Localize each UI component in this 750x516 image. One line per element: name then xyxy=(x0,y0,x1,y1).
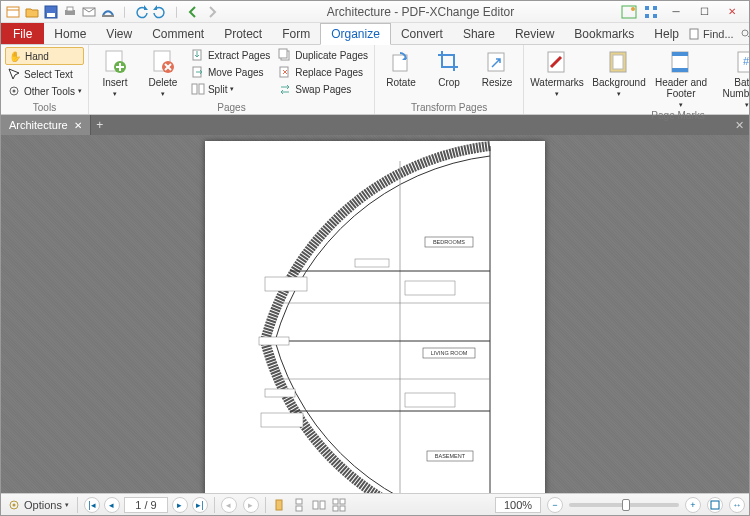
other-tools-menu[interactable]: Other Tools ▾ xyxy=(5,83,84,99)
file-tab[interactable]: File xyxy=(1,23,44,44)
layout-two-continuous-icon[interactable] xyxy=(332,498,346,512)
svg-rect-57 xyxy=(261,413,303,427)
insert-pages-button[interactable]: Insert▾ xyxy=(93,47,137,98)
nav-forward-icon[interactable] xyxy=(204,4,220,20)
ribbon: ✋Hand Select Text Other Tools ▾ Tools In… xyxy=(1,45,749,115)
svg-rect-35 xyxy=(672,68,688,72)
close-button[interactable]: ✕ xyxy=(719,2,745,22)
svg-rect-71 xyxy=(340,506,345,511)
ui-options-icon[interactable] xyxy=(621,4,637,20)
duplicate-pages-button[interactable]: Duplicate Pages xyxy=(276,47,370,63)
replace-pages-button[interactable]: Replace Pages xyxy=(276,64,370,80)
nav-back-icon[interactable] xyxy=(185,4,201,20)
minimize-button[interactable]: ─ xyxy=(663,2,689,22)
undo-icon[interactable] xyxy=(133,4,149,20)
zoom-value[interactable]: 100% xyxy=(495,497,541,513)
header-footer-button[interactable]: Header and Footer▾ xyxy=(652,47,710,109)
save-icon[interactable] xyxy=(43,4,59,20)
redo-icon[interactable] xyxy=(152,4,168,20)
svg-rect-72 xyxy=(711,501,719,509)
next-page-button[interactable]: ▸ xyxy=(172,497,188,513)
pdf-page: BEDROOMS LIVING ROOM BASEMENT xyxy=(205,141,545,493)
app-menu-icon[interactable] xyxy=(5,4,21,20)
title-bar: ｜ ｜ Architecture - PDF-XChange Editor ─ … xyxy=(1,1,749,23)
tabstrip-close-icon[interactable]: ✕ xyxy=(729,115,749,135)
search-button[interactable]: Search... xyxy=(740,28,750,40)
print-icon[interactable] xyxy=(62,4,78,20)
crop-button[interactable]: Crop xyxy=(427,47,471,88)
extract-pages-button[interactable]: Extract Pages xyxy=(189,47,272,63)
rotate-button[interactable]: Rotate xyxy=(379,47,423,88)
document-tab-close-icon[interactable]: ✕ xyxy=(74,120,82,131)
first-page-button[interactable]: |◂ xyxy=(84,497,100,513)
prev-page-button[interactable]: ◂ xyxy=(104,497,120,513)
mail-icon[interactable] xyxy=(81,4,97,20)
svg-rect-11 xyxy=(645,14,649,18)
swap-pages-button[interactable]: Swap Pages xyxy=(276,81,370,97)
document-viewport[interactable]: BEDROOMS LIVING ROOM BASEMENT xyxy=(1,135,749,493)
svg-rect-4 xyxy=(67,7,73,11)
header-footer-icon xyxy=(668,49,694,75)
svg-rect-68 xyxy=(333,499,338,504)
delete-pages-button[interactable]: Delete▾ xyxy=(141,47,185,98)
tab-form[interactable]: Form xyxy=(272,23,320,44)
split-pages-button[interactable]: Split ▾ xyxy=(189,81,272,97)
ribbon-tab-strip: File Home View Comment Protect Form Orga… xyxy=(1,23,749,45)
layout-single-icon[interactable] xyxy=(272,498,286,512)
svg-rect-27 xyxy=(280,67,288,77)
window-title: Architecture - PDF-XChange Editor xyxy=(224,5,617,19)
svg-rect-23 xyxy=(192,84,197,94)
svg-rect-34 xyxy=(672,52,688,56)
document-tab-label: Architecture xyxy=(9,119,68,131)
history-back-button[interactable]: ◂ xyxy=(221,497,237,513)
svg-rect-64 xyxy=(296,499,302,504)
bates-icon: # xyxy=(734,49,750,75)
group-page-marks: Watermarks▾ Background▾ Header and Foote… xyxy=(524,45,750,114)
select-text-tool[interactable]: Select Text xyxy=(5,66,84,82)
group-transform: Rotate Crop Resize Transform Pages xyxy=(375,45,524,114)
tab-bookmarks[interactable]: Bookmarks xyxy=(564,23,644,44)
rotate-icon xyxy=(388,49,414,75)
tab-share[interactable]: Share xyxy=(453,23,505,44)
insert-icon xyxy=(102,49,128,75)
maximize-button[interactable]: ☐ xyxy=(691,2,717,22)
document-tab-strip: Architecture ✕ + ✕ xyxy=(1,115,749,135)
fit-width-button[interactable]: ↔ xyxy=(729,497,745,513)
svg-rect-65 xyxy=(296,506,302,511)
zoom-out-button[interactable]: − xyxy=(547,497,563,513)
tab-convert[interactable]: Convert xyxy=(391,23,453,44)
svg-rect-6 xyxy=(102,15,114,17)
fit-page-button[interactable] xyxy=(707,497,723,513)
resize-button[interactable]: Resize xyxy=(475,47,519,88)
layout-continuous-icon[interactable] xyxy=(292,498,306,512)
document-tab[interactable]: Architecture ✕ xyxy=(1,115,91,135)
background-button[interactable]: Background▾ xyxy=(590,47,648,98)
tab-comment[interactable]: Comment xyxy=(142,23,214,44)
svg-text:BASEMENT: BASEMENT xyxy=(435,453,466,459)
hand-tool[interactable]: ✋Hand xyxy=(5,47,84,65)
tab-organize[interactable]: Organize xyxy=(320,23,391,45)
tab-review[interactable]: Review xyxy=(505,23,564,44)
quick-launch-icon[interactable] xyxy=(643,4,659,20)
group-pages: Insert▾ Delete▾ Extract Pages Move Pages… xyxy=(89,45,375,114)
move-pages-button[interactable]: Move Pages xyxy=(189,64,272,80)
svg-text:LIVING ROOM: LIVING ROOM xyxy=(431,350,468,356)
find-button[interactable]: Find... xyxy=(689,28,734,40)
layout-two-icon[interactable] xyxy=(312,498,326,512)
tab-help[interactable]: Help xyxy=(644,23,689,44)
open-icon[interactable] xyxy=(24,4,40,20)
tab-view[interactable]: View xyxy=(96,23,142,44)
add-tab-button[interactable]: + xyxy=(91,115,109,135)
watermarks-button[interactable]: Watermarks▾ xyxy=(528,47,586,98)
zoom-in-button[interactable]: + xyxy=(685,497,701,513)
tab-home[interactable]: Home xyxy=(44,23,96,44)
window-controls: ─ ☐ ✕ xyxy=(663,2,749,22)
page-indicator[interactable]: 1 / 9 xyxy=(124,497,168,513)
history-fwd-button[interactable]: ▸ xyxy=(243,497,259,513)
bates-numbering-button[interactable]: # Bates Numbering▾ xyxy=(714,47,750,109)
options-button[interactable]: Options ▾ xyxy=(5,497,71,513)
tab-protect[interactable]: Protect xyxy=(214,23,272,44)
last-page-button[interactable]: ▸| xyxy=(192,497,208,513)
zoom-slider[interactable] xyxy=(569,503,679,507)
scan-icon[interactable] xyxy=(100,4,116,20)
